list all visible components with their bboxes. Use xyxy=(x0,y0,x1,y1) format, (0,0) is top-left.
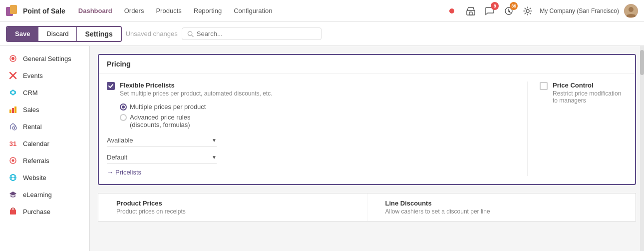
sidebar-rental-label: Rental xyxy=(23,123,42,130)
radio-multiple-prices[interactable]: Multiple prices per product xyxy=(120,103,517,110)
svg-rect-17 xyxy=(12,108,14,113)
nav-reporting[interactable]: Reporting xyxy=(189,5,227,16)
pricing-card-body: Flexible Pricelists Set multiple prices … xyxy=(99,74,635,184)
settings-label-button[interactable]: Settings xyxy=(76,27,120,41)
unsaved-changes-label: Unsaved changes xyxy=(126,30,178,38)
purchase-icon xyxy=(8,206,18,216)
product-prices-checkbox[interactable] xyxy=(106,200,111,207)
content-area: Pricing Flexible Pricelists Set multiple… xyxy=(90,46,644,251)
price-control-desc: Restrict price modification to managers xyxy=(553,90,627,104)
nav-products[interactable]: Products xyxy=(151,5,186,16)
rental-icon xyxy=(8,122,18,132)
discard-button[interactable]: Discard xyxy=(38,27,76,41)
default-label: Default xyxy=(107,154,210,161)
default-dropdown-arrow-icon: ▼ xyxy=(212,154,217,160)
line-discounts-checkbox[interactable] xyxy=(375,200,380,207)
svg-rect-28 xyxy=(10,210,16,214)
flexible-pricelists-label: Flexible Pricelists xyxy=(120,82,273,89)
pricing-card: Pricing Flexible Pricelists Set multiple… xyxy=(98,54,636,185)
status-dot-button[interactable] xyxy=(445,4,459,18)
flexible-pricelists-row: Flexible Pricelists Set multiple prices … xyxy=(107,82,517,97)
action-button-group: Save Discard Settings xyxy=(6,26,122,42)
pricelists-link[interactable]: → Pricelists xyxy=(107,168,517,176)
nav-dashboard[interactable]: Dashboard xyxy=(73,5,117,16)
price-control-label: Price Control xyxy=(553,82,627,89)
available-dropdown-wrapper[interactable]: Available ▼ xyxy=(107,134,217,146)
chat-badge: 8 xyxy=(491,2,499,10)
main-layout: General Settings Events CRM xyxy=(0,46,644,251)
radio-advanced-price-dot xyxy=(120,114,127,121)
product-prices-desc: Product prices on receipts xyxy=(116,208,186,215)
sidebar-item-website[interactable]: Website xyxy=(0,169,89,186)
sidebar-purchase-label: Purchase xyxy=(23,208,50,216)
events-icon xyxy=(8,70,18,80)
line-discounts-section: Line Discounts Allow cashiers to set a d… xyxy=(367,194,636,221)
company-info[interactable]: My Company (San Francisco) xyxy=(540,8,619,14)
svg-rect-2 xyxy=(467,10,475,15)
available-dropdown-row: Available ▼ xyxy=(107,134,517,146)
sidebar-item-rental[interactable]: Rental xyxy=(0,118,89,135)
flexible-pricelists-info: Flexible Pricelists Set multiple prices … xyxy=(120,82,273,97)
svg-rect-3 xyxy=(469,12,472,15)
sidebar-elearning-label: eLearning xyxy=(23,191,52,198)
price-control-checkbox[interactable] xyxy=(540,82,548,90)
save-button[interactable]: Save xyxy=(7,27,38,41)
radio-multiple-prices-dot xyxy=(120,104,127,110)
sidebar-events-label: Events xyxy=(23,72,43,80)
product-prices-info: Product Prices Product prices on receipt… xyxy=(116,200,186,215)
calendar-icon: 31 xyxy=(8,138,18,148)
price-control-row: Price Control Restrict price modificatio… xyxy=(540,82,627,104)
nav-orders[interactable]: Orders xyxy=(119,5,149,16)
sidebar-website-label: Website xyxy=(23,174,46,182)
sidebar-item-sales[interactable]: Sales xyxy=(0,101,89,118)
product-prices-label: Product Prices xyxy=(116,200,186,207)
search-icon xyxy=(187,30,194,38)
flexible-pricelists-desc: Set multiple prices per product, automat… xyxy=(120,90,273,97)
sidebar-item-events[interactable]: Events xyxy=(0,67,89,84)
sidebar-item-calendar[interactable]: 31 Calendar xyxy=(0,135,89,152)
line-discounts-label: Line Discounts xyxy=(385,200,490,207)
product-prices-checkmark-icon xyxy=(106,200,111,206)
avatar[interactable] xyxy=(624,4,638,18)
store-icon-button[interactable] xyxy=(464,4,478,18)
nav-configuration[interactable]: Configuration xyxy=(229,5,277,16)
top-navigation: Point of Sale Dashboard Orders Products … xyxy=(0,0,644,22)
elearning-icon xyxy=(8,190,18,200)
price-control-info: Price Control Restrict price modificatio… xyxy=(553,82,627,104)
link-arrow-icon: → xyxy=(107,168,113,176)
default-dropdown-row: Default ▼ xyxy=(107,152,517,164)
sidebar-calendar-label: Calendar xyxy=(23,140,49,148)
line-discounts-checkmark-icon xyxy=(375,200,380,206)
sidebar-item-referrals[interactable]: Referrals xyxy=(0,152,89,169)
nav-links: Dashboard Orders Products Reporting Conf… xyxy=(73,5,278,16)
nav-icons: 8 39 My Company (San Francisco) xyxy=(445,4,638,18)
search-input[interactable] xyxy=(197,30,316,38)
scrollbar-thumb xyxy=(640,50,644,75)
settings-gear-button[interactable] xyxy=(521,4,535,18)
radio-advanced-price[interactable]: Advanced price rules(discounts, formulas… xyxy=(120,114,517,128)
svg-line-9 xyxy=(192,35,193,36)
available-dropdown-arrow-icon: ▼ xyxy=(212,138,217,143)
right-scrollbar[interactable] xyxy=(640,46,644,251)
sidebar-item-purchase[interactable]: Purchase xyxy=(0,203,89,220)
sidebar-item-elearning[interactable]: eLearning xyxy=(0,186,89,203)
website-icon xyxy=(8,172,18,182)
sidebar-item-crm[interactable]: CRM xyxy=(0,84,89,101)
general-settings-icon xyxy=(8,54,18,64)
settings-gear-icon xyxy=(523,6,532,16)
referrals-icon xyxy=(8,156,18,166)
radio-advanced-price-label: Advanced price rules(discounts, formulas… xyxy=(130,114,190,128)
sidebar-item-general-settings[interactable]: General Settings xyxy=(0,50,89,67)
activity-badge: 39 xyxy=(510,2,518,10)
app-logo: Point of Sale xyxy=(6,5,65,17)
sidebar-referrals-label: Referrals xyxy=(23,157,49,164)
pos-icon xyxy=(6,5,20,17)
default-dropdown-wrapper[interactable]: Default ▼ xyxy=(107,152,217,164)
chat-button[interactable]: 8 xyxy=(483,4,497,18)
bottom-cards-row: Product Prices Product prices on receipt… xyxy=(98,193,636,222)
activity-button[interactable]: 39 xyxy=(502,4,516,18)
flexible-pricelists-checkbox[interactable] xyxy=(107,82,115,90)
company-name: My Company (San Francisco) xyxy=(540,8,619,14)
line-discounts-desc: Allow cashiers to set a discount per lin… xyxy=(385,208,490,215)
search-box[interactable] xyxy=(182,28,322,40)
